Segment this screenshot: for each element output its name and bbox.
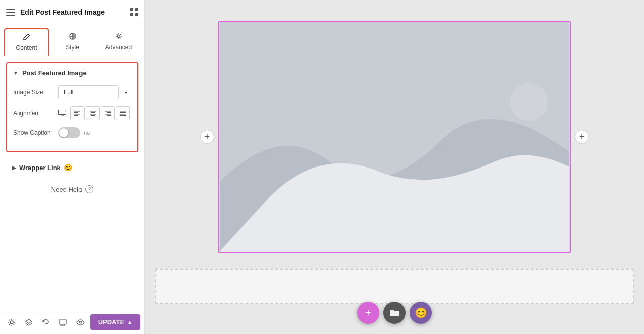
svg-rect-16 bbox=[90, 114, 96, 115]
svg-rect-21 bbox=[107, 115, 111, 116]
tab-advanced-label: Advanced bbox=[105, 44, 132, 51]
align-justify-button[interactable] bbox=[116, 106, 130, 120]
svg-rect-3 bbox=[130, 8, 133, 11]
alignment-label: Alignment bbox=[13, 110, 58, 117]
svg-rect-25 bbox=[120, 115, 126, 116]
svg-point-26 bbox=[10, 321, 13, 324]
eye-button[interactable] bbox=[73, 313, 88, 331]
show-caption-row: Show Caption no bbox=[13, 127, 131, 138]
svg-rect-6 bbox=[135, 13, 138, 16]
settings-button[interactable] bbox=[4, 313, 19, 331]
wrapper-link-arrow: ▶ bbox=[12, 165, 16, 171]
wrapper-link-section[interactable]: ▶ Wrapper Link 😊 bbox=[6, 158, 138, 177]
show-caption-label: Show Caption bbox=[13, 129, 58, 136]
sidebar-content: ▼ Post Featured Image Image Size Full La… bbox=[0, 56, 144, 310]
svg-rect-9 bbox=[59, 110, 66, 115]
main-canvas: + + + 😊 bbox=[145, 0, 644, 334]
svg-point-28 bbox=[79, 321, 82, 323]
tab-advanced[interactable]: Advanced bbox=[97, 28, 140, 56]
tab-style[interactable]: Style bbox=[51, 28, 95, 56]
tab-content-label: Content bbox=[16, 44, 37, 51]
svg-rect-2 bbox=[6, 15, 15, 16]
alignment-control bbox=[58, 106, 131, 120]
sidebar-footer: UPDATE ▲ bbox=[0, 310, 144, 334]
svg-rect-23 bbox=[120, 112, 126, 113]
image-size-control: Full Large Medium Thumbnail ▾ bbox=[58, 85, 131, 99]
need-help-section[interactable]: Need Help ? bbox=[6, 177, 138, 201]
svg-point-30 bbox=[510, 83, 548, 121]
style-icon bbox=[69, 33, 76, 42]
collapse-icon: ▼ bbox=[13, 70, 18, 76]
responsive-button[interactable] bbox=[55, 313, 70, 331]
toggle-wrapper: no bbox=[58, 127, 131, 138]
svg-point-8 bbox=[117, 35, 120, 38]
section-header[interactable]: ▼ Post Featured Image bbox=[13, 69, 131, 77]
image-size-label: Image Size bbox=[13, 89, 58, 96]
align-left-button[interactable] bbox=[70, 106, 85, 120]
svg-rect-20 bbox=[105, 114, 111, 115]
featured-image-placeholder bbox=[218, 21, 571, 253]
show-caption-control: no bbox=[58, 127, 131, 138]
update-label: UPDATE bbox=[98, 318, 124, 326]
image-size-select-wrapper: Full Large Medium Thumbnail ▾ bbox=[58, 85, 131, 99]
image-size-row: Image Size Full Large Medium Thumbnail ▾ bbox=[13, 85, 131, 99]
svg-rect-11 bbox=[74, 112, 78, 113]
svg-rect-17 bbox=[91, 115, 95, 116]
toggle-label: no bbox=[84, 130, 90, 136]
post-featured-image-section: ▼ Post Featured Image Image Size Full La… bbox=[6, 62, 138, 152]
fab-emoji-button[interactable]: 😊 bbox=[410, 302, 432, 324]
fab-add-button[interactable]: + bbox=[357, 302, 379, 324]
layers-button[interactable] bbox=[21, 313, 36, 331]
empty-section-placeholder bbox=[155, 269, 634, 304]
align-center-button[interactable] bbox=[86, 106, 100, 120]
show-caption-toggle[interactable] bbox=[58, 127, 80, 138]
svg-rect-15 bbox=[91, 112, 95, 113]
svg-rect-27 bbox=[59, 320, 66, 324]
wrapper-link-emoji: 😊 bbox=[64, 163, 72, 172]
svg-rect-10 bbox=[74, 111, 80, 112]
advanced-icon bbox=[115, 33, 122, 42]
page-title: Edit Post Featured Image bbox=[20, 8, 125, 16]
section-title: Post Featured Image bbox=[22, 69, 87, 77]
monitor-icon bbox=[58, 109, 66, 117]
toggle-knob bbox=[59, 128, 68, 137]
svg-rect-22 bbox=[120, 111, 126, 112]
hamburger-icon[interactable] bbox=[6, 9, 15, 16]
svg-rect-14 bbox=[90, 111, 96, 112]
svg-rect-5 bbox=[130, 13, 133, 16]
floating-actions: + 😊 bbox=[357, 302, 432, 324]
svg-rect-0 bbox=[6, 9, 15, 10]
svg-rect-24 bbox=[120, 114, 126, 115]
undo-button[interactable] bbox=[38, 313, 53, 331]
grid-icon[interactable] bbox=[130, 8, 138, 16]
tabs-bar: Content Style Advanced bbox=[0, 24, 144, 56]
svg-rect-18 bbox=[105, 111, 111, 112]
select-arrow-icon: ▾ bbox=[125, 90, 127, 95]
tab-content[interactable]: Content bbox=[4, 28, 49, 56]
add-column-right-button[interactable]: + bbox=[575, 130, 589, 144]
image-size-select[interactable]: Full Large Medium Thumbnail bbox=[58, 85, 119, 99]
svg-rect-19 bbox=[107, 112, 111, 113]
update-button[interactable]: UPDATE ▲ bbox=[90, 314, 140, 330]
pencil-icon bbox=[23, 33, 30, 42]
svg-rect-4 bbox=[135, 8, 138, 11]
fab-folder-button[interactable] bbox=[383, 302, 406, 324]
svg-rect-13 bbox=[74, 115, 78, 116]
help-circle-icon: ? bbox=[85, 185, 93, 193]
chevron-up-icon: ▲ bbox=[127, 319, 132, 325]
tab-style-label: Style bbox=[66, 44, 79, 51]
svg-rect-12 bbox=[74, 114, 80, 115]
align-right-button[interactable] bbox=[101, 106, 115, 120]
svg-rect-1 bbox=[6, 12, 15, 13]
wrapper-link-label: Wrapper Link bbox=[19, 164, 61, 172]
need-help-label: Need Help bbox=[51, 186, 82, 193]
add-column-left-button[interactable]: + bbox=[200, 130, 214, 144]
alignment-row: Alignment bbox=[13, 106, 131, 120]
alignment-group bbox=[58, 106, 131, 120]
sidebar: Edit Post Featured Image Content bbox=[0, 0, 145, 334]
sidebar-header: Edit Post Featured Image bbox=[0, 0, 144, 24]
